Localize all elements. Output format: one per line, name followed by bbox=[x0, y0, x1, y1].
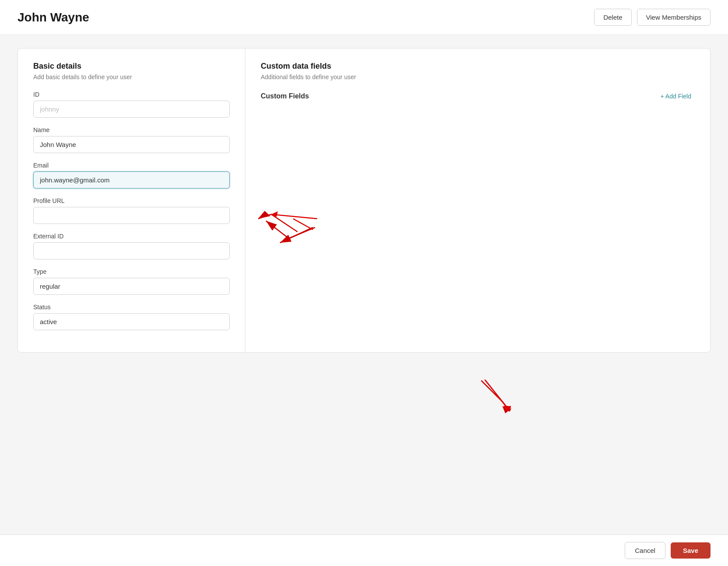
header-actions: Delete View Memberships bbox=[594, 9, 710, 26]
footer-bar: Cancel Save bbox=[0, 535, 728, 566]
profile-url-field-group: Profile URL bbox=[33, 197, 230, 224]
name-field-group: Name bbox=[33, 126, 230, 153]
email-field-group: Email bbox=[33, 162, 230, 189]
external-id-field-group: External ID bbox=[33, 233, 230, 259]
id-label: ID bbox=[33, 91, 230, 98]
basic-details-subtitle: Add basic details to define your user bbox=[33, 73, 230, 80]
type-field-group: Type bbox=[33, 268, 230, 295]
save-button[interactable]: Save bbox=[671, 542, 710, 559]
type-label: Type bbox=[33, 268, 230, 275]
name-input[interactable] bbox=[33, 136, 230, 153]
main-card: Basic details Add basic details to defin… bbox=[18, 48, 710, 353]
profile-url-input[interactable] bbox=[33, 207, 230, 224]
cancel-button[interactable]: Cancel bbox=[625, 542, 665, 559]
delete-button[interactable]: Delete bbox=[594, 9, 631, 26]
custom-data-panel: Custom data fields Additional fields to … bbox=[245, 49, 710, 352]
page-wrapper: John Wayne Delete View Memberships Basic… bbox=[0, 0, 728, 566]
external-id-label: External ID bbox=[33, 233, 230, 240]
id-field-group: ID bbox=[33, 91, 230, 118]
type-input[interactable] bbox=[33, 278, 230, 295]
top-header: John Wayne Delete View Memberships bbox=[0, 0, 728, 35]
email-label: Email bbox=[33, 162, 230, 169]
custom-data-title: Custom data fields bbox=[261, 62, 695, 71]
basic-details-title: Basic details bbox=[33, 62, 230, 71]
status-field-group: Status bbox=[33, 304, 230, 330]
add-field-button[interactable]: + Add Field bbox=[657, 91, 695, 101]
custom-fields-header: Custom Fields + Add Field bbox=[261, 91, 695, 101]
email-input[interactable] bbox=[33, 171, 230, 189]
external-id-input[interactable] bbox=[33, 242, 230, 259]
custom-data-subtitle: Additional fields to define your user bbox=[261, 73, 695, 80]
name-label: Name bbox=[33, 126, 230, 133]
id-input[interactable] bbox=[33, 101, 230, 118]
status-input[interactable] bbox=[33, 313, 230, 330]
page-title: John Wayne bbox=[18, 10, 89, 24]
profile-url-label: Profile URL bbox=[33, 197, 230, 204]
status-label: Status bbox=[33, 304, 230, 311]
custom-fields-label: Custom Fields bbox=[261, 92, 309, 100]
view-memberships-button[interactable]: View Memberships bbox=[637, 9, 710, 26]
basic-details-panel: Basic details Add basic details to defin… bbox=[18, 49, 245, 352]
main-content: Basic details Add basic details to defin… bbox=[0, 35, 728, 535]
